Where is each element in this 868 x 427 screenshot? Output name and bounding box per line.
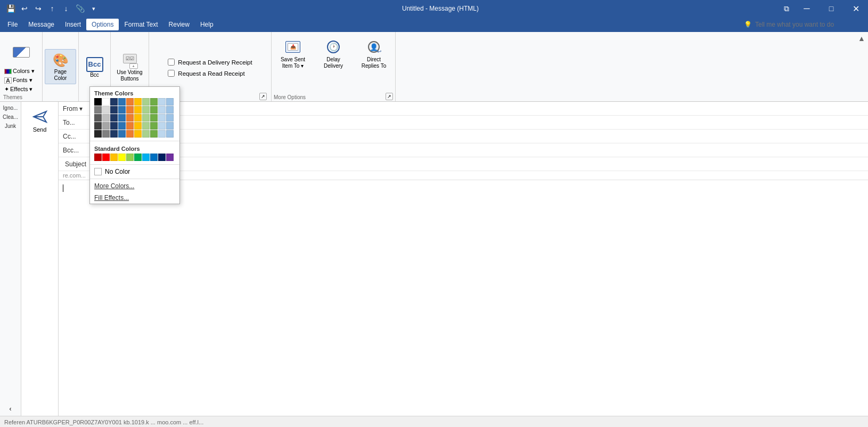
color-cell[interactable] — [134, 130, 142, 138]
clean-item[interactable]: Clea... — [1, 113, 20, 121]
colors-button[interactable]: Colors ▾ — [3, 67, 39, 75]
undo-button[interactable]: ↩ — [18, 2, 31, 15]
color-cell[interactable] — [142, 130, 150, 138]
color-cell[interactable] — [126, 130, 134, 138]
page-color-button[interactable]: 🎨 Page Color — [45, 49, 76, 84]
save-button[interactable]: 💾 — [4, 2, 17, 15]
color-cell[interactable] — [158, 130, 166, 138]
standard-color-cell[interactable] — [142, 154, 150, 161]
bcc-input[interactable] — [93, 146, 866, 155]
color-cell[interactable] — [142, 114, 150, 122]
attach-button[interactable]: 📎 — [73, 2, 86, 15]
color-cell[interactable] — [126, 106, 134, 114]
color-cell[interactable] — [118, 130, 126, 138]
ignore-item[interactable]: Igno... — [1, 104, 20, 112]
cc-button[interactable]: Cc... — [61, 132, 93, 141]
effects-button[interactable]: ✦ Effects ▾ — [3, 85, 39, 93]
read-receipt-label[interactable]: Request a Read Receipt — [168, 70, 252, 77]
menu-message[interactable]: Message — [23, 19, 60, 30]
menu-options[interactable]: Options — [86, 19, 119, 30]
standard-color-cell[interactable] — [166, 154, 174, 161]
color-cell[interactable] — [110, 122, 118, 130]
to-input[interactable] — [93, 118, 866, 127]
color-cell[interactable] — [158, 98, 166, 106]
color-cell[interactable] — [142, 106, 150, 114]
color-cell[interactable] — [102, 130, 110, 138]
themes-button[interactable] — [5, 42, 37, 63]
to-button[interactable]: To... — [61, 118, 93, 127]
color-cell[interactable] — [126, 114, 134, 122]
color-cell[interactable] — [118, 106, 126, 114]
down-button[interactable]: ↓ — [60, 2, 72, 15]
cc-input[interactable] — [93, 132, 866, 141]
color-cell[interactable] — [118, 98, 126, 106]
color-cell[interactable] — [110, 114, 118, 122]
standard-color-cell[interactable] — [134, 154, 142, 161]
fonts-button[interactable]: A Fonts ▾ — [3, 76, 39, 84]
color-cell[interactable] — [94, 130, 102, 138]
color-cell[interactable] — [166, 98, 174, 106]
color-cell[interactable] — [126, 122, 134, 130]
from-button[interactable]: From ▾ — [61, 104, 93, 114]
delay-delivery-button[interactable]: 🕐 Delay Delivery — [314, 36, 353, 71]
delivery-receipt-label[interactable]: Request a Delivery Receipt — [168, 59, 252, 66]
color-cell[interactable] — [102, 106, 110, 114]
color-cell[interactable] — [134, 114, 142, 122]
standard-color-cell[interactable] — [126, 154, 134, 161]
up-button[interactable]: ↑ — [46, 2, 59, 15]
color-cell[interactable] — [166, 114, 174, 122]
color-cell[interactable] — [134, 106, 142, 114]
direct-replies-button[interactable]: 👤 ↩ Direct Replies To — [355, 36, 393, 71]
color-cell[interactable] — [166, 130, 174, 138]
junk-item[interactable]: Junk — [1, 122, 20, 130]
bcc-field-button[interactable]: Bcc... — [61, 146, 93, 155]
standard-color-cell[interactable] — [102, 154, 110, 161]
menu-file[interactable]: File — [2, 19, 23, 30]
color-cell[interactable] — [142, 98, 150, 106]
color-cell[interactable] — [110, 106, 118, 114]
color-cell[interactable] — [158, 122, 166, 130]
more-options-expand-button[interactable]: ↗ — [386, 93, 393, 100]
color-cell[interactable] — [94, 122, 102, 130]
bcc-button[interactable]: Bcc Bcc — [82, 55, 108, 80]
color-cell[interactable] — [166, 122, 174, 130]
color-cell[interactable] — [94, 98, 102, 106]
read-receipt-checkbox[interactable] — [168, 70, 175, 77]
color-cell[interactable] — [158, 114, 166, 122]
color-cell[interactable] — [118, 114, 126, 122]
color-cell[interactable] — [134, 122, 142, 130]
redo-button[interactable]: ↪ — [32, 2, 45, 15]
menu-review[interactable]: Review — [163, 19, 195, 30]
standard-color-cell[interactable] — [150, 154, 158, 161]
standard-color-cell[interactable] — [110, 154, 118, 161]
no-color-option[interactable]: No Color — [90, 166, 179, 178]
save-sent-button[interactable]: 📥 Save Sent Item To ▾ — [274, 36, 312, 71]
send-button[interactable]: Send — [26, 106, 54, 135]
color-cell[interactable] — [102, 114, 110, 122]
color-cell[interactable] — [166, 106, 174, 114]
color-cell[interactable] — [110, 130, 118, 138]
fill-effects-link[interactable]: Fill Effects... — [90, 192, 179, 204]
tracking-expand-button[interactable]: ↗ — [259, 93, 267, 100]
color-cell[interactable] — [142, 122, 150, 130]
subject-input[interactable] — [93, 159, 866, 169]
close-button[interactable]: ✕ — [844, 0, 868, 17]
message-body[interactable] — [59, 180, 868, 416]
menu-insert[interactable]: Insert — [60, 19, 86, 30]
standard-color-cell[interactable] — [158, 154, 166, 161]
color-cell[interactable] — [158, 106, 166, 114]
color-cell[interactable] — [102, 122, 110, 130]
more-colors-link[interactable]: More Colors... — [90, 180, 179, 192]
dropdown-button[interactable]: ▾ — [87, 2, 100, 15]
left-strip-chevron[interactable]: ‹ — [1, 404, 20, 414]
color-cell[interactable] — [150, 130, 158, 138]
ribbon-collapse-button[interactable]: ▲ — [857, 34, 866, 43]
color-cell[interactable] — [118, 122, 126, 130]
menu-help[interactable]: Help — [195, 19, 219, 30]
standard-color-cell[interactable] — [118, 154, 126, 161]
color-cell[interactable] — [94, 114, 102, 122]
standard-color-cell[interactable] — [94, 154, 102, 161]
menu-format-text[interactable]: Format Text — [119, 19, 163, 30]
voting-buttons-button[interactable]: ☑☑ + Use Voting Buttons — [113, 50, 146, 84]
color-cell[interactable] — [150, 106, 158, 114]
